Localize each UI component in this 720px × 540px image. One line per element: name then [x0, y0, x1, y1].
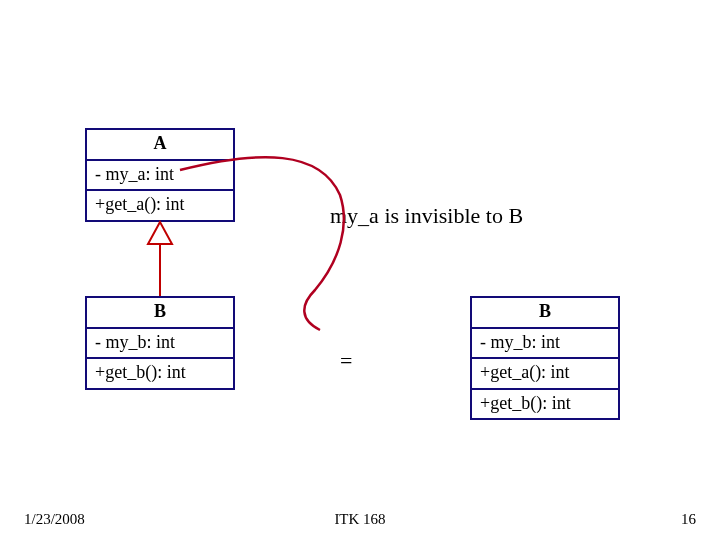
uml-class-b-left: B - my_b: int +get_b(): int	[85, 296, 235, 390]
class-b-left-attribute: - my_b: int	[87, 327, 233, 358]
class-a-name: A	[87, 130, 233, 159]
footer-date: 1/23/2008	[24, 511, 85, 528]
class-b-right-op2: +get_b(): int	[472, 388, 618, 419]
class-b-right-attribute: - my_b: int	[472, 327, 618, 358]
uml-class-b-right: B - my_b: int +get_a(): int +get_b(): in…	[470, 296, 620, 420]
footer-course: ITK 168	[334, 511, 385, 528]
footer-slide: 16	[681, 511, 696, 528]
class-b-left-operation: +get_b(): int	[87, 357, 233, 388]
equals-sign: =	[340, 348, 352, 374]
class-b-right-op1: +get_a(): int	[472, 357, 618, 388]
class-b-left-name: B	[87, 298, 233, 327]
uml-class-a: A - my_a: int +get_a(): int	[85, 128, 235, 222]
inheritance-arrow	[148, 222, 172, 296]
connectors-overlay	[0, 0, 720, 540]
svg-marker-1	[148, 222, 172, 244]
class-b-right-name: B	[472, 298, 618, 327]
class-a-operation: +get_a(): int	[87, 189, 233, 220]
note-my-a-invisible: my_a is invisible to B	[330, 203, 523, 229]
class-a-attribute: - my_a: int	[87, 159, 233, 190]
